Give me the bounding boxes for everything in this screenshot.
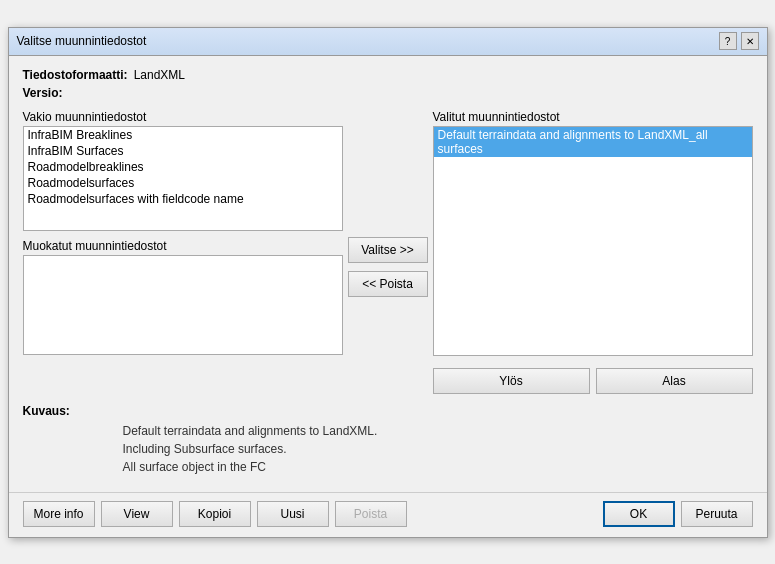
ok-button[interactable]: OK — [603, 501, 675, 527]
help-button[interactable]: ? — [719, 32, 737, 50]
list-item[interactable]: Roadmodelsurfaces — [24, 175, 342, 191]
selected-files-listbox[interactable]: Default terraindata and alignments to La… — [433, 126, 753, 356]
standard-files-section: Vakio muunnintiedostot InfraBIM Breaklin… — [23, 110, 343, 231]
list-item[interactable]: InfraBIM Surfaces — [24, 143, 342, 159]
modified-files-listbox[interactable] — [23, 255, 343, 355]
right-nav-buttons: Ylös Alas — [433, 368, 753, 394]
selected-files-label: Valitut muunnintiedostot — [433, 110, 753, 124]
down-button[interactable]: Alas — [596, 368, 753, 394]
dialog-title: Valitse muunnintiedostot — [17, 34, 147, 48]
left-panel: Vakio muunnintiedostot InfraBIM Breaklin… — [23, 110, 343, 394]
list-item[interactable]: Roadmodelbreaklines — [24, 159, 342, 175]
title-bar-buttons: ? ✕ — [719, 32, 759, 50]
description-text: Default terraindata and alignments to La… — [23, 422, 753, 476]
file-format-row: Tiedostoformaatti: LandXML — [23, 68, 753, 82]
standard-files-listbox[interactable]: InfraBIM Breaklines InfraBIM Surfaces Ro… — [23, 126, 343, 231]
desc-line-2: Including Subsurface surfaces. — [123, 442, 287, 456]
selected-files-section: Valitut muunnintiedostot Default terrain… — [433, 110, 753, 356]
middle-panel: Valitse >> << Poista — [343, 110, 433, 394]
file-format-value: LandXML — [134, 68, 185, 82]
main-content: Vakio muunnintiedostot InfraBIM Breaklin… — [23, 110, 753, 394]
version-label: Versio: — [23, 86, 63, 100]
desc-line-1: Default terraindata and alignments to La… — [123, 424, 378, 438]
right-panel: Valitut muunnintiedostot Default terrain… — [433, 110, 753, 394]
dialog-body: Tiedostoformaatti: LandXML Versio: Vakio… — [9, 56, 767, 484]
dialog: Valitse muunnintiedostot ? ✕ Tiedostofor… — [8, 27, 768, 538]
list-item[interactable]: Roadmodelsurfaces with fieldcode name — [24, 191, 342, 207]
file-format-label: Tiedostoformaatti: — [23, 68, 128, 82]
copy-button[interactable]: Kopioi — [179, 501, 251, 527]
description-label: Kuvaus: — [23, 404, 753, 418]
new-button[interactable]: Uusi — [257, 501, 329, 527]
more-info-button[interactable]: More info — [23, 501, 95, 527]
standard-files-label: Vakio muunnintiedostot — [23, 110, 343, 124]
view-button[interactable]: View — [101, 501, 173, 527]
cancel-button[interactable]: Peruuta — [681, 501, 753, 527]
title-bar: Valitse muunnintiedostot ? ✕ — [9, 28, 767, 56]
close-button[interactable]: ✕ — [741, 32, 759, 50]
desc-line-3: All surface object in the FC — [123, 460, 266, 474]
list-item[interactable]: InfraBIM Breaklines — [24, 127, 342, 143]
remove-button[interactable]: << Poista — [348, 271, 428, 297]
up-button[interactable]: Ylös — [433, 368, 590, 394]
modified-files-section: Muokatut muunnintiedostot — [23, 239, 343, 355]
version-row: Versio: — [23, 86, 753, 100]
delete-button[interactable]: Poista — [335, 501, 407, 527]
footer: More info View Kopioi Uusi Poista OK Per… — [9, 492, 767, 537]
description-section: Kuvaus: Default terraindata and alignmen… — [23, 404, 753, 476]
list-item[interactable]: Default terraindata and alignments to La… — [434, 127, 752, 157]
modified-files-label: Muokatut muunnintiedostot — [23, 239, 343, 253]
select-button[interactable]: Valitse >> — [348, 237, 428, 263]
